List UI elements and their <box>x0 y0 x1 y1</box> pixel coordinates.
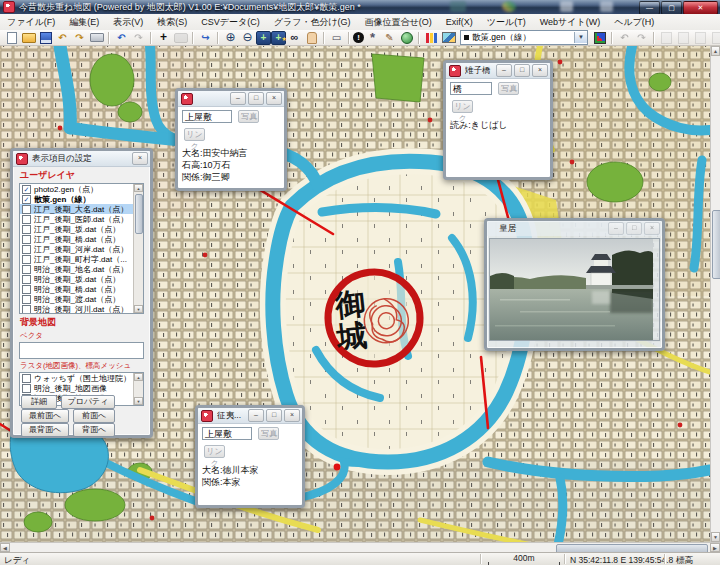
photo-close-button[interactable]: × <box>644 222 660 235</box>
menu-item-0[interactable]: ファイル(F) <box>0 15 62 30</box>
checkbox-unchecked[interactable] <box>22 205 31 214</box>
scroll-up-button[interactable]: ▲ <box>134 373 143 381</box>
add-icon[interactable]: + <box>155 31 172 45</box>
checkbox-unchecked[interactable] <box>22 255 31 264</box>
popup-title-bar[interactable]: 征夷... – □ × <box>198 408 302 424</box>
scroll-down-button[interactable]: ▼ <box>134 305 143 313</box>
raster-layer-row-0[interactable]: ウォッちず（国土地理院） <box>20 373 143 383</box>
menu-item-5[interactable]: グラフ・色分け(G) <box>267 15 358 30</box>
scroll-down-button[interactable]: ▼ <box>134 397 143 405</box>
layer-select-dropdown[interactable]: 散策.gen（線）▼ <box>460 30 588 45</box>
web-globe-icon[interactable] <box>398 31 415 45</box>
user-layer-row-6[interactable]: 江戸_後期_河岸.dat（点） <box>20 244 143 254</box>
undo-icon[interactable]: ↶ <box>113 31 130 45</box>
search-binoculars-icon[interactable]: ∞ <box>286 31 303 45</box>
menu-item-9[interactable]: Webサイト(W) <box>533 15 607 30</box>
scroll-down-button[interactable]: ▼ <box>711 532 720 542</box>
horizontal-scrollbar[interactable]: ◀ ▶ <box>0 542 720 552</box>
settings-asterisk-icon[interactable]: * <box>364 31 381 45</box>
detail-button[interactable]: 詳細 <box>21 395 57 409</box>
popup-close-button[interactable]: × <box>284 409 300 422</box>
popup-title-bar[interactable]: – □ × <box>178 91 284 107</box>
popup-minimize-button[interactable]: – <box>496 64 512 77</box>
panel-close-button[interactable]: × <box>132 152 148 165</box>
bring-to-front-button[interactable]: 最前面へ <box>21 409 69 423</box>
menu-item-8[interactable]: ツール(T) <box>480 15 533 30</box>
full-extent-star-icon[interactable]: + <box>271 31 286 45</box>
popup-close-button[interactable]: × <box>532 64 548 77</box>
menu-item-4[interactable]: CSVデータ(C) <box>194 15 266 30</box>
vertical-scroll-thumb[interactable] <box>712 210 720 279</box>
jump-page-icon[interactable]: ↪ <box>197 31 214 45</box>
scroll-up-button[interactable]: ▲ <box>711 46 720 56</box>
photo-button[interactable]: 写真 <box>238 110 259 123</box>
scroll-left-button[interactable]: ◀ <box>0 543 10 552</box>
select-rect-icon[interactable]: ▭ <box>328 31 345 45</box>
zoom-out-icon[interactable]: ⊖ <box>239 31 256 45</box>
checkbox-unchecked[interactable] <box>22 265 31 274</box>
user-layer-row-1[interactable]: ✓散策.gen（線） <box>20 194 143 204</box>
forward-button[interactable]: 前面へ <box>73 409 115 423</box>
popup-close-button[interactable]: × <box>266 92 282 105</box>
user-layer-list[interactable]: ✓photo2.gen（点）✓散策.gen（線）江戸_後期_大名.dat（点）江… <box>19 183 144 314</box>
feature-name-field[interactable]: 上屋敷 <box>182 110 232 123</box>
menu-item-3[interactable]: 検索(S) <box>150 15 194 30</box>
vector-layer-list[interactable] <box>19 342 144 359</box>
scroll-thumb[interactable] <box>135 194 143 234</box>
draw-pencil-icon[interactable]: ✎ <box>381 31 398 45</box>
save-icon[interactable] <box>37 31 54 45</box>
raster-layer-row-1[interactable]: 明治_後期_地図画像 <box>20 383 143 393</box>
photo-minimize-button[interactable]: – <box>608 222 624 235</box>
link-button[interactable]: リンク <box>204 445 225 458</box>
list-scrollbar[interactable]: ▲ ▼ <box>133 184 143 313</box>
checkbox-checked[interactable]: ✓ <box>22 195 31 204</box>
photo-title-bar[interactable]: 皇居 – □ × <box>487 221 662 236</box>
import-icon[interactable]: ↶ <box>54 31 71 45</box>
checkbox-unchecked[interactable] <box>22 225 31 234</box>
send-to-back-button[interactable]: 最背面へ <box>21 423 69 437</box>
export-icon[interactable]: ↷ <box>71 31 88 45</box>
properties-button[interactable]: プロパティ <box>61 395 115 409</box>
open-folder-icon[interactable] <box>20 31 37 45</box>
title-bar[interactable]: 今昔散歩重ね地図 (Powered by 地図太郎) V1.00 E:¥Docu… <box>0 0 720 14</box>
checkbox-unchecked[interactable] <box>22 305 31 314</box>
user-layer-row-11[interactable]: 明治_後期_渡.dat（点） <box>20 294 143 304</box>
vertical-scrollbar[interactable]: ▲ ▼ <box>710 46 720 542</box>
photo-maximize-button[interactable]: □ <box>626 222 642 235</box>
link-button[interactable]: リンク <box>452 100 473 113</box>
checkbox-unchecked[interactable] <box>22 295 31 304</box>
menu-item-6[interactable]: 画像位置合せ(O) <box>358 15 439 30</box>
list-scrollbar[interactable]: ▲ ▼ <box>133 373 143 405</box>
photo-button[interactable]: 写真 <box>258 427 279 440</box>
pan-hand-icon[interactable] <box>303 31 320 45</box>
user-layer-row-2[interactable]: 江戸_後期_大名.dat（点） <box>20 204 143 214</box>
checkbox-unchecked[interactable] <box>22 235 31 244</box>
user-layer-row-0[interactable]: ✓photo2.gen（点） <box>20 184 143 194</box>
checkbox-unchecked[interactable] <box>22 285 31 294</box>
menu-item-7[interactable]: Exif(X) <box>439 15 480 30</box>
dropdown-arrow-icon[interactable]: ▼ <box>574 32 587 43</box>
checkbox-checked[interactable]: ✓ <box>22 185 31 194</box>
checkbox-unchecked[interactable] <box>22 384 31 393</box>
backward-button[interactable]: 背面へ <box>73 423 115 437</box>
close-button[interactable]: ✕ <box>683 1 718 15</box>
scroll-up-button[interactable]: ▲ <box>134 184 143 192</box>
scroll-right-button[interactable]: ▶ <box>710 543 720 552</box>
layer-style-icon[interactable] <box>591 31 608 45</box>
panel-title-bar[interactable]: 表示項目の設定 × <box>13 151 150 167</box>
menu-item-2[interactable]: 表示(V) <box>106 15 150 30</box>
link-button[interactable]: リンク <box>184 128 205 141</box>
menu-item-10[interactable]: ヘルプ(H) <box>607 15 661 30</box>
checkbox-unchecked[interactable] <box>22 374 31 383</box>
user-layer-row-12[interactable]: 明治_後期_河川.dat（点） <box>20 304 143 314</box>
popup-maximize-button[interactable]: □ <box>248 92 264 105</box>
popup-title-bar[interactable]: 雉子橋 – □ × <box>446 63 550 79</box>
popup-maximize-button[interactable]: □ <box>266 409 282 422</box>
graph-chart-icon[interactable] <box>423 31 440 45</box>
info-icon[interactable]: ! <box>353 32 364 43</box>
user-layer-row-10[interactable]: 明治_後期_橋.dat（点） <box>20 284 143 294</box>
popup-minimize-button[interactable]: – <box>248 409 264 422</box>
user-layer-row-4[interactable]: 江戸_後期_坂.dat（点） <box>20 224 143 234</box>
feature-name-field[interactable]: 上屋敷 <box>202 427 252 440</box>
user-layer-row-7[interactable]: 江戸_後期_町村字.dat（... <box>20 254 143 264</box>
